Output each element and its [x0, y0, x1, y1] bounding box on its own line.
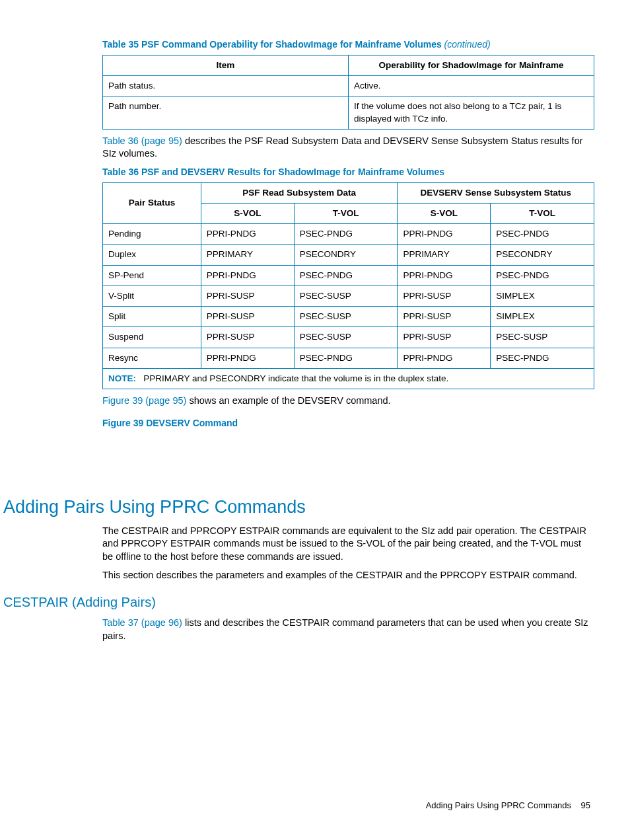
th-svol: S-VOL	[398, 204, 491, 224]
cell: PPRI-PNDG	[398, 224, 491, 245]
cell: SIMPLEX	[491, 286, 594, 306]
table-row: Path number. If the volume does not also…	[103, 96, 594, 129]
cell: PPRI-SUSP	[398, 307, 491, 327]
paragraph: The CESTPAIR and PPRCOPY ESTPAIR command…	[102, 525, 590, 564]
th-pair-status: Pair Status	[103, 182, 201, 223]
cell: PSEC-PNDG	[294, 224, 398, 245]
link-table36[interactable]: Table 36 (page 95)	[102, 135, 182, 146]
table35: Item Operability for ShadowImage for Mai…	[102, 55, 594, 130]
note-label: NOTE:	[108, 373, 136, 383]
table35-h1: Item	[103, 55, 349, 75]
cell: PPRI-SUSP	[201, 286, 294, 306]
heading-cestpair: CESTPAIR (Adding Pairs)	[3, 593, 590, 611]
cell: If the volume does not also belong to a …	[349, 96, 594, 129]
th-devserv: DEVSERV Sense Subsystem Status	[398, 182, 594, 203]
cell: Path status.	[103, 76, 349, 96]
table-row: PendingPPRI-PNDGPSEC-PNDGPPRI-PNDGPSEC-P…	[103, 224, 594, 245]
table-row: DuplexPPRIMARYPSECONDRYPPRIMARYPSECONDRY	[103, 245, 594, 265]
paragraph: Figure 39 (page 95) shows an example of …	[102, 395, 590, 408]
cell: Active.	[349, 76, 594, 96]
th-svol: S-VOL	[201, 204, 294, 224]
cell: PSEC-PNDG	[294, 348, 398, 368]
cell: PSEC-PNDG	[294, 265, 398, 286]
heading-adding-pairs: Adding Pairs Using PPRC Commands	[3, 495, 590, 519]
cell: PSEC-SUSP	[294, 286, 398, 306]
cell: PPRI-SUSP	[201, 327, 294, 348]
table-row: V-SplitPPRI-SUSPPSEC-SUSPPPRI-SUSPSIMPLE…	[103, 286, 594, 306]
cell: Split	[103, 307, 201, 327]
table-row: SuspendPPRI-SUSPPSEC-SUSPPPRI-SUSPPSEC-S…	[103, 327, 594, 348]
link-figure39[interactable]: Figure 39 (page 95)	[102, 395, 186, 406]
cell: PSECONDRY	[294, 245, 398, 265]
cell: PSEC-PNDG	[491, 265, 594, 286]
table35-title-text: Table 35 PSF Command Operability for Sha…	[102, 39, 444, 50]
cell: Resync	[103, 348, 201, 368]
cell: PPRI-SUSP	[398, 327, 491, 348]
cell: PSECONDRY	[491, 245, 594, 265]
cell: PSEC-SUSP	[491, 327, 594, 348]
cell: PSEC-PNDG	[491, 224, 594, 245]
th-psf: PSF Read Subsystem Data	[201, 182, 398, 203]
table-row: Path status. Active.	[103, 76, 594, 96]
th-tvol: T-VOL	[294, 204, 398, 224]
cell: Pending	[103, 224, 201, 245]
paragraph: This section describes the parameters an…	[102, 569, 590, 582]
cell: PPRI-PNDG	[201, 348, 294, 368]
table-header-row: Item Operability for ShadowImage for Mai…	[103, 55, 594, 75]
table-row: SplitPPRI-SUSPPSEC-SUSPPPRI-SUSPSIMPLEX	[103, 307, 594, 327]
table-row: ResyncPPRI-PNDGPSEC-PNDGPPRI-PNDGPSEC-PN…	[103, 348, 594, 368]
link-table37[interactable]: Table 37 (page 96)	[102, 617, 182, 628]
table36: Pair Status PSF Read Subsystem Data DEVS…	[102, 182, 594, 389]
table35-continued: (continued)	[444, 39, 491, 50]
paragraph: Table 36 (page 95) describes the PSF Rea…	[102, 135, 590, 161]
note-text: PPRIMARY and PSECONDRY indicate that the…	[143, 373, 448, 383]
cell: SP-Pend	[103, 265, 201, 286]
cell: PSEC-SUSP	[294, 307, 398, 327]
paragraph: Table 37 (page 96) lists and describes t…	[102, 617, 590, 642]
cell: PPRI-SUSP	[201, 307, 294, 327]
cell: Suspend	[103, 327, 201, 348]
cell: PPRIMARY	[398, 245, 491, 265]
th-tvol: T-VOL	[491, 204, 594, 224]
cell: Path number.	[103, 96, 349, 129]
cell: Duplex	[103, 245, 201, 265]
cell: PPRI-PNDG	[398, 265, 491, 286]
cell: PPRI-PNDG	[398, 348, 491, 368]
table36-title: Table 36 PSF and DEVSERV Results for Sha…	[102, 166, 590, 178]
cell: PSEC-SUSP	[294, 327, 398, 348]
table35-h2: Operability for ShadowImage for Mainfram…	[349, 55, 594, 75]
cell: V-Split	[103, 286, 201, 306]
table-row: SP-PendPPRI-PNDGPSEC-PNDGPPRI-PNDGPSEC-P…	[103, 265, 594, 286]
cell: SIMPLEX	[491, 307, 594, 327]
table-header-row: Pair Status PSF Read Subsystem Data DEVS…	[103, 182, 594, 203]
figure39-title: Figure 39 DEVSERV Command	[102, 417, 590, 430]
cell: PSEC-PNDG	[491, 348, 594, 368]
cell: PPRI-SUSP	[398, 286, 491, 306]
table-note-row: NOTE: PPRIMARY and PSECONDRY indicate th…	[103, 368, 594, 389]
cell: PPRI-PNDG	[201, 265, 294, 286]
note-cell: NOTE: PPRIMARY and PSECONDRY indicate th…	[103, 368, 594, 389]
cell: PPRIMARY	[201, 245, 294, 265]
text: shows an example of the DEVSERV command.	[186, 395, 390, 406]
cell: PPRI-PNDG	[201, 224, 294, 245]
table35-title: Table 35 PSF Command Operability for Sha…	[102, 38, 590, 51]
